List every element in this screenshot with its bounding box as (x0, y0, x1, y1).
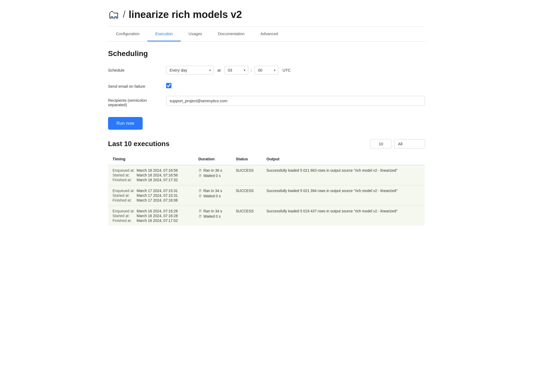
duration-row: ⏱ Ran in 34 s ⏱ Waited 0 s (198, 189, 227, 198)
started-value: March 17 2024, 07:15:31 (137, 193, 190, 198)
table-row: Enqueued at: March 16 2024, 07:16:28 Sta… (108, 206, 425, 226)
page-title: linearize rich models v2 (129, 9, 242, 20)
clock-icon: ⏱ (198, 194, 202, 198)
folder-icon: 🗂 (108, 8, 120, 21)
tab-usages[interactable]: Usages (181, 27, 210, 41)
executions-title: Last 10 executions (108, 140, 170, 148)
waited-item: ⏱ Waited 0 s (198, 214, 227, 218)
clock-icon: ⏱ (198, 189, 202, 193)
cell-status: SUCCESS (232, 185, 262, 206)
waited-value: Waited 0 s (203, 174, 221, 178)
recipients-row: Recipients (semicolon separated) (108, 96, 425, 107)
tab-documentation[interactable]: Documentation (210, 27, 253, 41)
page-header: 🗂 / linearize rich models v2 (108, 8, 425, 27)
executions-table: Timing Duration Status Output Enqueued a… (108, 153, 425, 226)
waited-value: Waited 0 s (203, 194, 221, 198)
cell-status: SUCCESS (232, 206, 262, 226)
email-checkbox[interactable] (166, 83, 171, 88)
finished-label: Finished at: (113, 218, 134, 223)
at-label: at (217, 68, 221, 72)
enqueued-value: March 18 2024, 07:16:56 (137, 168, 190, 172)
cell-timing: Enqueued at: March 18 2024, 07:16:56 Sta… (108, 165, 194, 185)
recipients-input[interactable] (166, 96, 425, 106)
executions-header: Last 10 executions All SUCCESS ERROR RUN… (108, 139, 425, 148)
timing-grid: Enqueued at: March 17 2024, 07:15:31 Sta… (113, 189, 190, 202)
clock-icon: ⏱ (198, 209, 202, 213)
enqueued-value: March 16 2024, 07:16:28 (137, 209, 190, 213)
recipients-label: Recipients (semicolon separated) (108, 96, 166, 107)
executions-filter-select[interactable]: All SUCCESS ERROR RUNNING (394, 139, 425, 148)
ran-value: Ran in 34 s (203, 189, 222, 193)
schedule-row: Schedule Every day ▾ at 03 ▾ : 00 ▾ UTC (108, 66, 425, 74)
enqueued-label: Enqueued at: (113, 209, 134, 213)
enqueued-value: March 17 2024, 07:15:31 (137, 189, 190, 193)
cell-output: Successfully loaded 5 021 683 rows in ou… (262, 165, 425, 185)
tab-execution[interactable]: Execution (147, 27, 181, 41)
started-label: Started at: (113, 214, 134, 218)
email-row: Send email on failure (108, 82, 425, 88)
tab-advanced[interactable]: Advanced (253, 27, 286, 41)
finished-label: Finished at: (113, 198, 134, 202)
cell-output: Successfully loaded 5 019 437 rows in ou… (262, 206, 425, 226)
clock-icon: ⏱ (198, 169, 202, 172)
output-text: Successfully loaded 5 019 437 rows in ou… (266, 209, 398, 213)
email-control (166, 82, 425, 88)
ran-value: Ran in 36 s (203, 168, 222, 172)
hour-dropdown[interactable]: 03 ▾ (225, 66, 248, 74)
ran-item: ⏱ Ran in 36 s (198, 168, 227, 172)
table-row: Enqueued at: March 17 2024, 07:15:31 Sta… (108, 185, 425, 206)
executions-count-input[interactable] (370, 139, 391, 148)
clock-icon: ⏱ (198, 174, 202, 178)
ran-item: ⏱ Ran in 34 s (198, 189, 227, 193)
timing-grid: Enqueued at: March 16 2024, 07:16:28 Sta… (113, 209, 190, 223)
waited-value: Waited 0 s (203, 214, 221, 218)
hour-value: 03 (228, 68, 232, 72)
executions-controls: All SUCCESS ERROR RUNNING (370, 139, 425, 148)
minute-dropdown[interactable]: 00 ▾ (255, 66, 278, 74)
finished-label: Finished at: (113, 178, 134, 182)
started-label: Started at: (113, 193, 134, 198)
finished-value: March 18 2024, 07:17:32 (137, 178, 190, 182)
run-now-button[interactable]: Run now (108, 117, 143, 130)
timing-grid: Enqueued at: March 18 2024, 07:16:56 Sta… (113, 168, 190, 182)
schedule-label: Schedule (108, 66, 166, 72)
tab-configuration[interactable]: Configuration (108, 27, 147, 41)
recipients-control (166, 96, 425, 106)
tabs-nav: Configuration Execution Usages Documenta… (108, 27, 425, 41)
cell-timing: Enqueued at: March 17 2024, 07:15:31 Sta… (108, 185, 194, 206)
utc-label: UTC (283, 68, 291, 72)
status-badge: SUCCESS (236, 189, 254, 193)
status-badge: SUCCESS (236, 209, 254, 213)
cell-duration: ⏱ Ran in 34 s ⏱ Waited 0 s (194, 206, 232, 226)
chevron-down-icon: ▾ (209, 68, 211, 72)
output-text: Successfully loaded 5 021 394 rows in ou… (266, 189, 398, 193)
breadcrumb-slash: / (123, 9, 125, 20)
col-duration: Duration (194, 153, 232, 165)
schedule-control: Every day ▾ at 03 ▾ : 00 ▾ UTC (166, 66, 425, 74)
minute-value: 00 (258, 68, 263, 72)
duration-row: ⏱ Ran in 34 s ⏱ Waited 0 s (198, 209, 227, 218)
enqueued-label: Enqueued at: (113, 189, 134, 193)
colon-separator: : (251, 68, 252, 72)
status-badge: SUCCESS (236, 168, 254, 172)
output-text: Successfully loaded 5 021 683 rows in ou… (266, 168, 398, 172)
ran-value: Ran in 34 s (203, 209, 222, 213)
clock-icon: ⏱ (198, 214, 202, 218)
schedule-value: Every day (170, 68, 187, 72)
col-timing: Timing (108, 153, 194, 165)
email-label: Send email on failure (108, 82, 166, 88)
started-value: March 16 2024, 07:16:28 (137, 214, 190, 218)
waited-item: ⏱ Waited 0 s (198, 174, 227, 178)
schedule-dropdown[interactable]: Every day ▾ (166, 66, 214, 74)
cell-duration: ⏱ Ran in 36 s ⏱ Waited 0 s (194, 165, 232, 185)
scheduling-title: Scheduling (108, 49, 425, 58)
finished-value: March 16 2024, 07:17:02 (137, 218, 190, 223)
ran-item: ⏱ Ran in 34 s (198, 209, 227, 213)
cell-output: Successfully loaded 5 021 394 rows in ou… (262, 185, 425, 206)
cell-status: SUCCESS (232, 165, 262, 185)
chevron-down-icon: ▾ (244, 68, 245, 72)
cell-timing: Enqueued at: March 16 2024, 07:16:28 Sta… (108, 206, 194, 226)
enqueued-label: Enqueued at: (113, 168, 134, 172)
cell-duration: ⏱ Ran in 34 s ⏱ Waited 0 s (194, 185, 232, 206)
finished-value: March 17 2024, 07:16:06 (137, 198, 190, 202)
